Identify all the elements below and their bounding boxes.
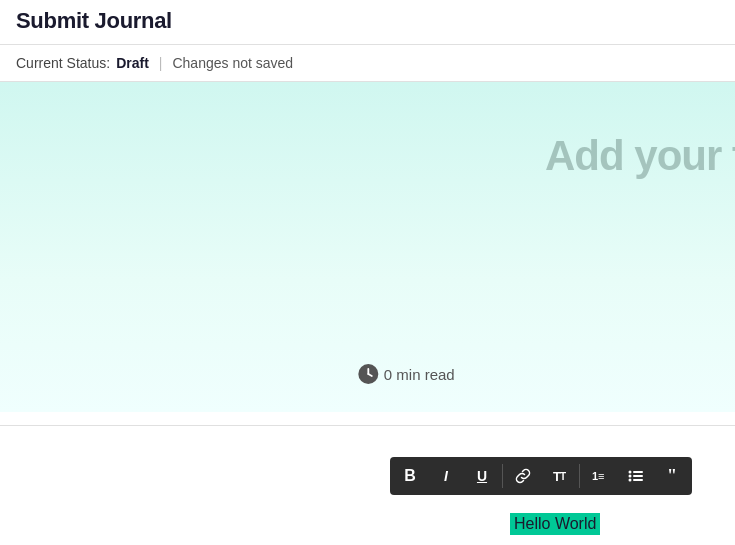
bottom-section: B I U TT 1≡ " — [0, 425, 735, 545]
blockquote-button[interactable]: " — [654, 459, 690, 493]
underline-button[interactable]: U — [464, 459, 500, 493]
ordered-list-button[interactable]: 1≡ — [582, 459, 618, 493]
read-time: 0 min read — [358, 364, 455, 384]
page-title: Submit Journal — [16, 8, 719, 34]
formatting-toolbar: B I U TT 1≡ " — [390, 457, 692, 495]
svg-point-5 — [629, 471, 632, 474]
toolbar-separator-2 — [579, 464, 580, 488]
svg-rect-10 — [633, 479, 643, 481]
unordered-list-button[interactable] — [618, 459, 654, 493]
unordered-list-icon — [628, 468, 644, 484]
editor-placeholder: Add your t — [545, 132, 735, 180]
italic-button[interactable]: I — [428, 459, 464, 493]
selected-text-container: Hello World — [510, 513, 600, 535]
editor-area[interactable]: Add your t 0 min read — [0, 82, 735, 412]
status-bar: Current Status: Draft | Changes not save… — [0, 45, 735, 82]
ordered-list-icon: 1≡ — [592, 468, 608, 484]
svg-point-7 — [629, 475, 632, 478]
clock-icon — [358, 364, 378, 384]
svg-rect-8 — [633, 475, 643, 477]
bold-button[interactable]: B — [392, 459, 428, 493]
header: Submit Journal — [0, 0, 735, 45]
read-time-label: 0 min read — [384, 366, 455, 383]
selected-text: Hello World — [510, 513, 600, 535]
status-divider: | — [159, 55, 163, 71]
text-size-button[interactable]: TT — [541, 459, 577, 493]
svg-point-9 — [629, 479, 632, 482]
svg-text:1≡: 1≡ — [592, 470, 605, 482]
status-value: Draft — [116, 55, 149, 71]
status-label: Current Status: — [16, 55, 110, 71]
svg-rect-6 — [633, 471, 643, 473]
link-icon — [515, 468, 531, 484]
status-unsaved: Changes not saved — [172, 55, 293, 71]
link-button[interactable] — [505, 459, 541, 493]
toolbar-separator-1 — [502, 464, 503, 488]
